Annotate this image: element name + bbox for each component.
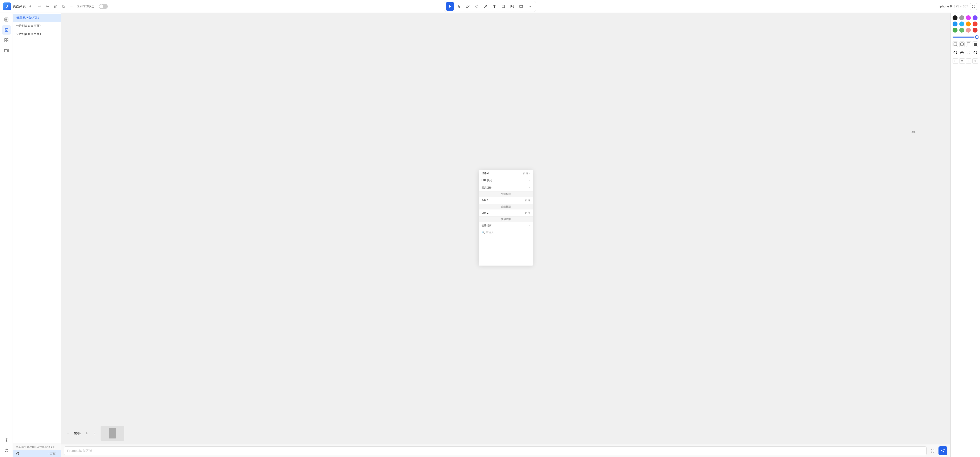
radio-grid bbox=[953, 50, 978, 56]
pen-tool-button[interactable] bbox=[464, 2, 472, 11]
hand-tool-button[interactable] bbox=[455, 2, 463, 11]
color-light-blue[interactable] bbox=[959, 22, 964, 27]
size-grid: S M L XL bbox=[953, 58, 978, 64]
icon-sidebar bbox=[0, 13, 13, 457]
copy-button[interactable]: ⧉ bbox=[60, 3, 67, 10]
arrow-tool-button[interactable] bbox=[481, 2, 490, 11]
more-button[interactable]: ··· bbox=[68, 3, 75, 10]
main-toolbar: T ∨ bbox=[444, 1, 536, 12]
sidebar-item-video[interactable] bbox=[2, 46, 11, 56]
zoom-out-button[interactable]: − bbox=[65, 430, 71, 436]
row-2-arrow: › bbox=[529, 186, 530, 189]
zoom-in-button[interactable]: + bbox=[84, 430, 90, 436]
svg-rect-19 bbox=[974, 43, 977, 46]
color-purple[interactable] bbox=[966, 15, 971, 20]
color-pink[interactable] bbox=[966, 28, 971, 33]
slider-track[interactable] bbox=[953, 36, 978, 38]
color-blue[interactable] bbox=[953, 22, 958, 27]
shape-fill-button[interactable] bbox=[973, 41, 978, 47]
canvas-content[interactable]: 退路号 内容 › URL 跳转 › 图片跳转 › bbox=[61, 13, 950, 422]
minimap-thumb bbox=[109, 428, 116, 438]
row-0-value: 内容 bbox=[523, 172, 528, 175]
svg-rect-12 bbox=[5, 41, 6, 42]
shape-rounded-button[interactable] bbox=[959, 41, 965, 47]
svg-rect-16 bbox=[954, 43, 957, 46]
section-0-header: 分组标题 bbox=[479, 192, 533, 197]
section-2-item-0: 使用指南 › bbox=[479, 222, 533, 229]
phone-row-0: 退路号 内容 › bbox=[479, 170, 533, 177]
select-tool-button[interactable] bbox=[446, 2, 454, 11]
row-2-label: 图片跳转 bbox=[482, 186, 492, 189]
svg-point-24 bbox=[974, 51, 977, 54]
annotation-label: 显示批注状态： bbox=[76, 4, 97, 8]
page-item-2[interactable]: 卡片列表查询页面1 bbox=[13, 30, 61, 38]
prompt-send-button[interactable] bbox=[939, 446, 947, 455]
rect-tool-button[interactable] bbox=[517, 2, 525, 11]
color-orange[interactable] bbox=[966, 22, 971, 27]
row-1-arrow: › bbox=[529, 179, 530, 182]
text-tool-button[interactable]: T bbox=[490, 2, 499, 11]
search-icon: 🔍 bbox=[482, 231, 485, 234]
svg-rect-9 bbox=[6, 29, 7, 31]
radio-style-3[interactable] bbox=[973, 50, 978, 56]
collapse-button[interactable]: « bbox=[92, 430, 98, 436]
add-page-button[interactable]: + bbox=[28, 4, 33, 9]
delete-button[interactable]: 🗑 bbox=[52, 3, 59, 10]
section-0-item-0-value: 内容 bbox=[525, 198, 530, 202]
more-tools-button[interactable]: ∨ bbox=[526, 2, 534, 11]
section-0-item-0-label: 分组 1 bbox=[482, 198, 488, 202]
prompt-placeholder: Prompts输入区域 bbox=[67, 449, 92, 453]
diamond-tool-button[interactable] bbox=[473, 2, 481, 11]
size-s-button[interactable]: S bbox=[953, 58, 958, 64]
device-size: 375 × 667 bbox=[954, 5, 968, 8]
shape-rect-button[interactable] bbox=[953, 41, 958, 47]
sidebar-item-grid[interactable] bbox=[2, 36, 11, 45]
frame-tool-button[interactable] bbox=[499, 2, 508, 11]
redo-button[interactable]: ↪ bbox=[44, 3, 51, 10]
svg-rect-11 bbox=[7, 38, 8, 40]
page-item-0[interactable]: H5单元格分组页1 bbox=[13, 14, 61, 22]
page-item-1[interactable]: 卡片列表查询页面2 bbox=[13, 22, 61, 30]
size-m-button[interactable]: M bbox=[959, 58, 965, 64]
shape-grid bbox=[953, 41, 978, 47]
color-light-green[interactable] bbox=[959, 28, 964, 33]
expand-button[interactable] bbox=[970, 3, 977, 10]
color-dark-red[interactable] bbox=[973, 28, 978, 33]
prompt-bar: Prompts输入区域 bbox=[61, 444, 950, 457]
size-l-button[interactable]: L bbox=[966, 58, 972, 64]
image-tool-button[interactable] bbox=[508, 2, 516, 11]
color-red[interactable] bbox=[973, 22, 978, 27]
prompt-input-area[interactable]: Prompts输入区域 bbox=[64, 446, 927, 455]
sidebar-item-pages[interactable] bbox=[2, 15, 11, 24]
zoom-controls: − 55% + « bbox=[65, 430, 98, 436]
color-green[interactable] bbox=[953, 28, 958, 33]
svg-rect-17 bbox=[961, 43, 963, 46]
history-buttons: ↩ ↪ 🗑 ⧉ ··· bbox=[36, 3, 75, 10]
color-black[interactable] bbox=[953, 15, 958, 20]
version-item-0[interactable]: V1 （当前） bbox=[13, 450, 61, 457]
svg-rect-18 bbox=[967, 43, 970, 46]
version-badge: （当前） bbox=[47, 452, 58, 455]
code-toggle-button[interactable]: </> bbox=[911, 130, 916, 305]
page-list-panel: H5单元格分组页1 卡片列表查询页面2 卡片列表查询页面1 版本历史列表(H5单… bbox=[13, 13, 61, 457]
radio-style-2[interactable] bbox=[966, 50, 971, 56]
undo-button[interactable]: ↩ bbox=[36, 3, 43, 10]
color-gray[interactable] bbox=[959, 15, 964, 20]
version-label: V1 bbox=[16, 452, 19, 455]
sidebar-item-layers[interactable] bbox=[2, 25, 11, 35]
slider-thumb[interactable] bbox=[975, 35, 978, 39]
radio-style-0[interactable] bbox=[953, 50, 958, 56]
size-xl-button[interactable]: XL bbox=[972, 58, 978, 64]
sidebar-item-settings[interactable] bbox=[2, 435, 11, 445]
sidebar-item-power[interactable] bbox=[2, 446, 11, 455]
color-violet[interactable] bbox=[973, 15, 978, 20]
device-name: iphone 8 bbox=[939, 5, 952, 8]
page-list-title: 页面列表 bbox=[13, 4, 26, 9]
shape-dashed-button[interactable] bbox=[966, 41, 971, 47]
radio-style-1[interactable] bbox=[959, 50, 965, 56]
svg-point-23 bbox=[967, 51, 970, 54]
svg-rect-0 bbox=[502, 5, 504, 8]
color-grid bbox=[953, 15, 978, 33]
annotation-switch[interactable] bbox=[99, 4, 108, 9]
prompt-expand-button[interactable] bbox=[929, 447, 937, 455]
